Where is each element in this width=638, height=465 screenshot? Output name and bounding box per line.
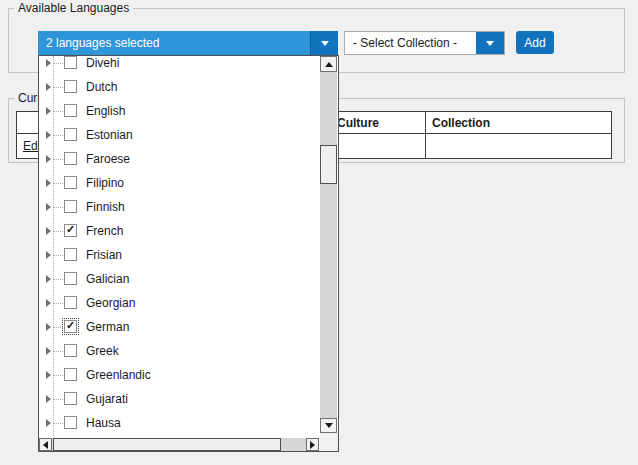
language-checkbox[interactable] [64,368,77,381]
language-label: Gujarati [86,387,128,411]
language-checkbox[interactable] [64,416,77,429]
language-settings-screen: Available Languages 2 languages selected… [0,0,638,465]
language-tree-item[interactable]: Greenlandic [39,363,319,387]
language-checkbox[interactable] [64,152,77,165]
language-checkbox[interactable] [64,272,77,285]
scroll-down-button[interactable] [320,418,337,433]
expand-arrow-icon[interactable] [46,347,51,355]
scrollbar-corner [320,433,338,451]
expand-arrow-icon[interactable] [46,395,51,403]
language-label: Greek [86,339,119,363]
expand-arrow-icon[interactable] [46,251,51,259]
collection-placeholder: - Select Collection - [345,36,476,50]
language-tree-item[interactable]: Dutch [39,75,319,99]
language-tree-item[interactable]: Gujarati [39,387,319,411]
language-label: Dutch [86,75,117,99]
language-checkbox[interactable] [64,56,77,69]
expand-arrow-icon[interactable] [46,419,51,427]
languages-multiselect-dropdown[interactable]: 2 languages selected [38,31,338,55]
language-label: Filipino [86,171,124,195]
language-label: Faroese [86,147,130,171]
language-tree-item[interactable]: Greek [39,339,319,363]
language-label: German [86,315,129,339]
add-button[interactable]: Add [516,31,554,54]
vertical-scrollbar[interactable] [320,56,337,433]
language-tree-item[interactable]: Frisian [39,243,319,267]
expand-arrow-icon[interactable] [46,227,51,235]
header-cell-collection: Collection [426,112,611,134]
expand-arrow-icon[interactable] [46,323,51,331]
language-label: Galician [86,267,129,291]
language-tree-item[interactable]: German [39,315,319,339]
language-tree-item[interactable]: Georgian [39,291,319,315]
language-tree-item[interactable]: Estonian [39,123,319,147]
language-tree-item[interactable]: Faroese [39,147,319,171]
language-checkbox[interactable] [64,128,77,141]
language-tree: Divehi Dutch English Estonian Faroese Fi… [39,56,319,438]
expand-arrow-icon[interactable] [46,107,51,115]
language-tree-item[interactable]: French [39,219,319,243]
language-label: Hausa [86,411,121,435]
language-label: French [86,219,123,243]
language-label: Frisian [86,243,122,267]
language-checkbox[interactable] [64,296,77,309]
chevron-down-icon[interactable] [476,32,504,54]
language-checkbox[interactable] [64,320,77,333]
chevron-down-icon[interactable] [310,31,338,55]
scroll-right-button[interactable] [306,438,319,451]
language-checkbox[interactable] [64,200,77,213]
expand-arrow-icon[interactable] [46,59,51,67]
language-tree-item[interactable]: English [39,99,319,123]
collection-dropdown[interactable]: - Select Collection - [344,31,505,55]
language-checkbox[interactable] [64,176,77,189]
language-label: Greenlandic [86,363,151,387]
expand-arrow-icon[interactable] [46,83,51,91]
expand-arrow-icon[interactable] [46,275,51,283]
language-tree-item[interactable]: Galician [39,267,319,291]
language-checkbox[interactable] [64,224,77,237]
language-checkbox[interactable] [64,392,77,405]
expand-arrow-icon[interactable] [46,203,51,211]
language-checkbox[interactable] [64,104,77,117]
language-tree-item[interactable]: Filipino [39,171,319,195]
cell-collection [426,134,611,158]
expand-arrow-icon[interactable] [46,179,51,187]
languages-selection-summary: 2 languages selected [38,36,310,50]
scroll-up-button[interactable] [320,56,337,72]
language-checkbox[interactable] [64,344,77,357]
language-checkbox[interactable] [64,248,77,261]
horizontal-scrollbar[interactable] [39,438,319,451]
language-tree-item[interactable]: Divehi [39,56,319,75]
languages-dropdown-panel: Divehi Dutch English Estonian Faroese Fi… [38,55,339,452]
vertical-scrollbar-thumb[interactable] [320,145,337,184]
available-languages-title: Available Languages [14,1,133,15]
expand-arrow-icon[interactable] [46,131,51,139]
language-label: Finnish [86,195,125,219]
expand-arrow-icon[interactable] [46,299,51,307]
cell-culture [331,134,426,158]
language-label: Georgian [86,291,135,315]
language-tree-item[interactable]: Finnish [39,195,319,219]
expand-arrow-icon[interactable] [46,371,51,379]
horizontal-scrollbar-thumb[interactable] [53,438,281,451]
language-checkbox[interactable] [64,80,77,93]
expand-arrow-icon[interactable] [46,155,51,163]
header-cell-culture: Culture [331,112,426,134]
language-tree-item[interactable]: Hausa [39,411,319,435]
scroll-left-button[interactable] [39,438,52,451]
language-label: Estonian [86,123,133,147]
language-label: English [86,99,125,123]
language-label: Divehi [86,56,119,75]
